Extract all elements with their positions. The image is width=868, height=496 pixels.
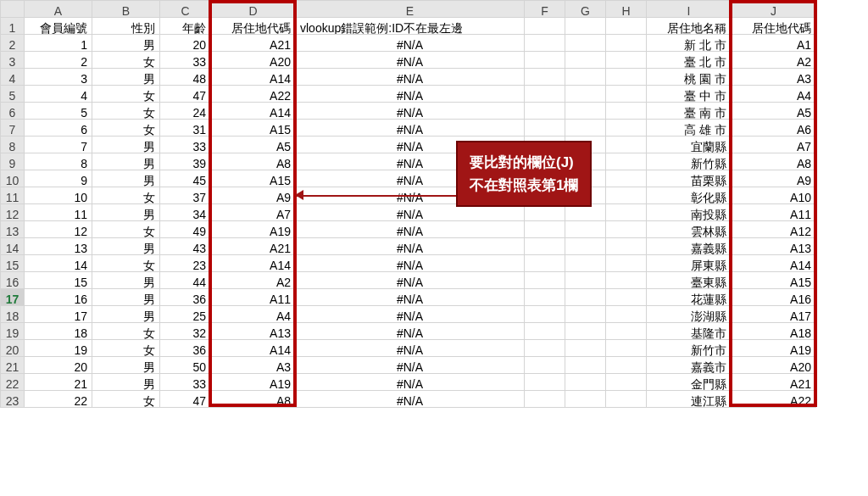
- cell-age[interactable]: 33: [160, 52, 211, 69]
- cell-city[interactable]: 臺東縣: [647, 272, 732, 289]
- col-header-I[interactable]: I: [647, 1, 732, 18]
- row-header-10[interactable]: 10: [1, 170, 25, 187]
- cell-g[interactable]: [565, 272, 606, 289]
- col-header-C[interactable]: C: [160, 1, 211, 18]
- col-header-G[interactable]: G: [565, 1, 606, 18]
- cell-f[interactable]: [525, 374, 565, 391]
- row-header-14[interactable]: 14: [1, 238, 25, 255]
- cell-code-d[interactable]: A14: [211, 255, 296, 272]
- cell-sex[interactable]: 女: [92, 120, 160, 137]
- col-header-F[interactable]: F: [525, 1, 565, 18]
- cell-code-j[interactable]: A9: [732, 170, 816, 187]
- cell-sex[interactable]: 男: [92, 137, 160, 153]
- row-header-21[interactable]: 21: [1, 357, 25, 374]
- cell-age[interactable]: 34: [160, 204, 211, 221]
- cell-member-id[interactable]: 8: [25, 153, 92, 170]
- cell-age[interactable]: 44: [160, 272, 211, 289]
- cell-na[interactable]: #N/A: [296, 35, 525, 52]
- cell-sex[interactable]: 男: [92, 289, 160, 306]
- row-header-13[interactable]: 13: [1, 221, 25, 238]
- cell-f[interactable]: [525, 120, 565, 137]
- cell-member-id[interactable]: 17: [25, 306, 92, 323]
- cell-g[interactable]: [565, 255, 606, 272]
- cell-code-d[interactable]: A20: [211, 52, 296, 69]
- cell-age[interactable]: 47: [160, 86, 211, 103]
- cell-member-id[interactable]: 18: [25, 323, 92, 340]
- col-header-A[interactable]: A: [25, 1, 92, 18]
- cell-code-j[interactable]: A7: [732, 137, 816, 153]
- cell-city[interactable]: 新竹縣: [647, 153, 732, 170]
- cell-code-d[interactable]: A21: [211, 238, 296, 255]
- row-header-8[interactable]: 8: [1, 137, 25, 153]
- cell-g[interactable]: [565, 187, 606, 204]
- cell-h[interactable]: [606, 69, 647, 86]
- cell-g[interactable]: [565, 374, 606, 391]
- cell-h[interactable]: [606, 86, 647, 103]
- row-header-4[interactable]: 4: [1, 69, 25, 86]
- header-cell-D[interactable]: 居住地代碼: [211, 18, 296, 35]
- cell-f[interactable]: [525, 204, 565, 221]
- cell-h[interactable]: [606, 35, 647, 52]
- cell-code-j[interactable]: A17: [732, 306, 816, 323]
- cell-age[interactable]: 33: [160, 374, 211, 391]
- cell-code-d[interactable]: A8: [211, 391, 296, 408]
- cell-sex[interactable]: 男: [92, 306, 160, 323]
- cell-sex[interactable]: 男: [92, 238, 160, 255]
- cell-f[interactable]: [525, 86, 565, 103]
- cell-city[interactable]: 雲林縣: [647, 221, 732, 238]
- cell-code-d[interactable]: A8: [211, 153, 296, 170]
- row-header-16[interactable]: 16: [1, 272, 25, 289]
- row-header-12[interactable]: 12: [1, 204, 25, 221]
- cell-code-j[interactable]: A3: [732, 69, 816, 86]
- cell-age[interactable]: 36: [160, 340, 211, 357]
- cell-city[interactable]: 桃 園 市: [647, 69, 732, 86]
- cell-code-j[interactable]: A16: [732, 289, 816, 306]
- cell-member-id[interactable]: 2: [25, 52, 92, 69]
- cell-city[interactable]: 宜蘭縣: [647, 137, 732, 153]
- cell-member-id[interactable]: 19: [25, 340, 92, 357]
- cell-city[interactable]: 彰化縣: [647, 187, 732, 204]
- cell-city[interactable]: 高 雄 市: [647, 120, 732, 137]
- cell-code-j[interactable]: A12: [732, 221, 816, 238]
- cell-h[interactable]: [606, 187, 647, 204]
- cell-na[interactable]: #N/A: [296, 391, 525, 408]
- col-header-D[interactable]: D: [211, 1, 296, 18]
- cell-g[interactable]: [565, 323, 606, 340]
- cell-h[interactable]: [606, 153, 647, 170]
- cell-na[interactable]: #N/A: [296, 323, 525, 340]
- cell-member-id[interactable]: 21: [25, 374, 92, 391]
- header-cell-B[interactable]: 性別: [92, 18, 160, 35]
- cell-city[interactable]: 新 北 市: [647, 35, 732, 52]
- cell-na[interactable]: #N/A: [296, 204, 525, 221]
- row-header-19[interactable]: 19: [1, 323, 25, 340]
- cell-h[interactable]: [606, 238, 647, 255]
- cell-g[interactable]: [565, 170, 606, 187]
- cell-code-d[interactable]: A14: [211, 103, 296, 120]
- cell-g[interactable]: [565, 357, 606, 374]
- row-header-22[interactable]: 22: [1, 374, 25, 391]
- cell-na[interactable]: #N/A: [296, 103, 525, 120]
- cell-g[interactable]: [565, 204, 606, 221]
- cell-code-d[interactable]: A4: [211, 306, 296, 323]
- cell-city[interactable]: 金門縣: [647, 374, 732, 391]
- cell-na[interactable]: #N/A: [296, 255, 525, 272]
- cell-h[interactable]: [606, 204, 647, 221]
- cell-code-j[interactable]: A22: [732, 391, 816, 408]
- cell-h[interactable]: [606, 357, 647, 374]
- cell-na[interactable]: #N/A: [296, 187, 525, 204]
- cell-f[interactable]: [525, 103, 565, 120]
- cell-sex[interactable]: 女: [92, 340, 160, 357]
- cell-g[interactable]: [565, 35, 606, 52]
- cell-f[interactable]: [525, 306, 565, 323]
- spreadsheet-grid[interactable]: ABCDEFGHIJ1會員編號性別年齡居住地代碼vlookup錯誤範例:ID不在…: [0, 0, 816, 408]
- cell-f[interactable]: [525, 52, 565, 69]
- cell-sex[interactable]: 女: [92, 391, 160, 408]
- cell-age[interactable]: 20: [160, 35, 211, 52]
- cell-g[interactable]: [565, 86, 606, 103]
- cell-member-id[interactable]: 1: [25, 35, 92, 52]
- cell-member-id[interactable]: 22: [25, 391, 92, 408]
- cell-member-id[interactable]: 3: [25, 69, 92, 86]
- cell-age[interactable]: 23: [160, 255, 211, 272]
- cell-g[interactable]: [565, 306, 606, 323]
- cell-member-id[interactable]: 13: [25, 238, 92, 255]
